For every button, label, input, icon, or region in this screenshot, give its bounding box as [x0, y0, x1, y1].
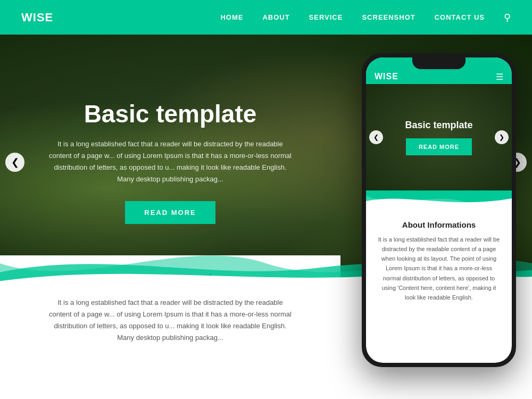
phone-hero: ❮ Basic template READ MORE ❯ [366, 84, 512, 190]
nav-logo: WISE [21, 11, 53, 24]
about-title: About Informations [102, 271, 239, 288]
carousel-prev-button[interactable]: ❮ [5, 153, 24, 172]
nav-link-service[interactable]: SERVICE [309, 13, 343, 21]
hamburger-icon[interactable]: ☰ [496, 72, 503, 82]
about-section: About Informations It is a long establis… [0, 255, 340, 399]
hero-title: Basic template [84, 101, 257, 128]
phone-screen: WISE ☰ ❮ Basic template READ MORE ❯ Abou… [366, 57, 512, 363]
phone-read-more-button[interactable]: READ MORE [406, 138, 472, 155]
phone-wave [366, 190, 512, 212]
navbar: WISE HOME ABOUT SERVICE SCREENSHOT CONTA… [0, 0, 532, 35]
search-icon[interactable]: ⚲ [504, 12, 511, 23]
phone-about-title: About Informations [377, 220, 501, 229]
hero-description: It is a long established fact that a rea… [48, 138, 293, 185]
phone-nav-logo: WISE [375, 72, 398, 81]
phone-notch [412, 57, 466, 69]
about-description: It is a long established fact that a rea… [48, 297, 293, 344]
phone-mockup: WISE ☰ ❮ Basic template READ MORE ❯ Abou… [362, 53, 516, 367]
phone-about-text: It is a long established fact that a rea… [377, 235, 501, 302]
nav-link-home[interactable]: HOME [220, 13, 243, 21]
phone-about-section: About Informations It is a long establis… [366, 212, 512, 311]
phone-carousel-next[interactable]: ❯ [495, 130, 509, 144]
hero-read-more-button[interactable]: READ MORE [125, 201, 215, 224]
phone-hero-title: Basic template [405, 120, 472, 131]
hero-content: Basic template It is a long established … [0, 35, 340, 290]
nav-link-contact[interactable]: CONTACT US [435, 13, 485, 21]
nav-link-screenshot[interactable]: SCREENSHOT [362, 13, 415, 21]
phone-carousel-prev[interactable]: ❮ [369, 130, 383, 144]
nav-link-about[interactable]: ABOUT [262, 13, 289, 21]
nav-links: HOME ABOUT SERVICE SCREENSHOT CONTACT US… [220, 12, 511, 23]
